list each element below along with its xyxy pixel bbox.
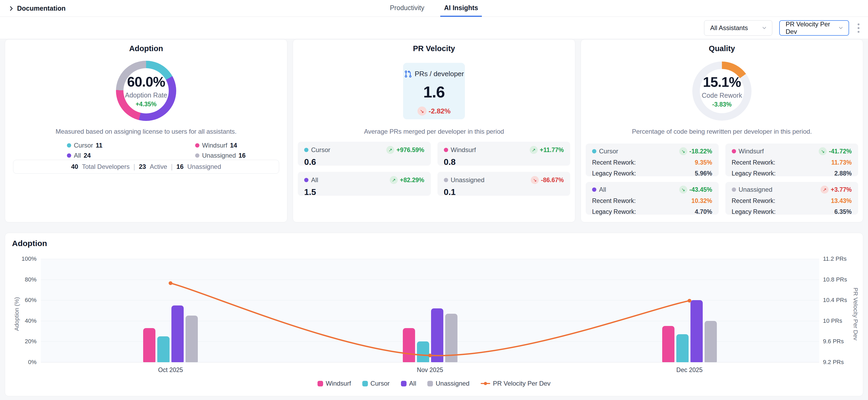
y-tick-label: 0% xyxy=(7,359,36,366)
header-bar: Documentation Productivity AI Insights xyxy=(0,0,868,17)
plot-area xyxy=(41,259,819,362)
breadcrumb[interactable]: Documentation xyxy=(8,0,66,17)
legend-dot xyxy=(592,149,596,154)
chevron-down-icon xyxy=(838,25,844,31)
y-tick-label: 20% xyxy=(7,338,36,345)
y-tick-label: 10.4 PRs xyxy=(823,297,858,304)
line-point xyxy=(687,299,691,303)
legend-dot xyxy=(304,148,308,152)
stat-value: 0.8 xyxy=(444,157,564,167)
y-tick-label: 80% xyxy=(7,276,36,283)
ai-insights-dashboard: Documentation Productivity AI Insights A… xyxy=(0,0,868,400)
trend-badge: ↗+82.29% xyxy=(390,176,424,184)
line-point xyxy=(169,281,173,285)
tab-productivity[interactable]: Productivity xyxy=(386,0,428,17)
trend-badge: ↘-41.72% xyxy=(819,147,852,155)
trend-badge: ↗+3.77% xyxy=(820,186,852,194)
recent-rework-value: 10.32% xyxy=(691,197,712,204)
more-options-kebab-icon[interactable] xyxy=(856,22,861,34)
legacy-rework-value: 6.35% xyxy=(834,208,852,215)
trend-badge: ↘ -2.82% xyxy=(417,106,451,115)
pr-velocity-stats-grid: Cursor ↗+976.59% 0.6 Windsurf ↗+11.77% 0… xyxy=(298,142,570,196)
x-tick-label: Dec 2025 xyxy=(676,366,703,374)
x-tick-label: Oct 2025 xyxy=(158,366,183,374)
y-tick-label: 11.2 PRs xyxy=(823,256,858,262)
legend-swatch xyxy=(401,381,407,387)
adoption-trend-chart-card: Adoption Adoption (%) PR Velocity Per De… xyxy=(5,233,863,396)
y-tick-label: 40% xyxy=(7,318,36,324)
legend-dot xyxy=(732,149,736,154)
legend-dot xyxy=(195,143,199,147)
trend-arrow-icon: ↘ xyxy=(819,147,827,155)
adoption-card: Adoption 60.0% Adoption Rate +4.35% Meas… xyxy=(5,39,287,222)
stat-value: 0.6 xyxy=(304,157,425,167)
quality-donut-chart: 15.1% Code Rework -3.83% xyxy=(692,62,751,121)
trend-arrow-icon: ↗ xyxy=(530,146,538,154)
stat-card-all: All ↘-43.45% Recent Rework:10.32% Legacy… xyxy=(586,182,719,215)
recent-rework-value: 13.43% xyxy=(831,197,852,204)
card-title: Adoption xyxy=(5,44,287,53)
tab-ai-insights[interactable]: AI Insights xyxy=(440,0,482,17)
stat-value: 0.1 xyxy=(444,187,564,197)
quality-stats-grid: Cursor ↘-18.22% Recent Rework:9.35% Lega… xyxy=(586,143,858,215)
chart-legend-item-windsurf[interactable]: Windsurf xyxy=(317,380,351,387)
trend-badge: ↘-86.67% xyxy=(531,176,564,184)
legend-swatch xyxy=(362,381,368,387)
legend-dot xyxy=(67,143,71,147)
line-point xyxy=(428,354,432,357)
stat-card-windsurf: Windsurf ↗+11.77% 0.8 xyxy=(437,142,570,166)
stat-card-cursor: Cursor ↘-18.22% Recent Rework:9.35% Lega… xyxy=(586,143,719,176)
trend-badge: ↘-43.45% xyxy=(679,186,712,194)
stat-card-unassigned: Unassigned ↗+3.77% Recent Rework:13.43% … xyxy=(725,182,859,215)
y-tick-label: 10 PRs xyxy=(823,318,858,324)
card-title: Quality xyxy=(581,44,863,53)
trend-arrow-icon: ↗ xyxy=(390,176,398,184)
legend-item: Cursor 11 xyxy=(67,142,195,149)
trend-arrow-icon: ↘ xyxy=(679,147,687,155)
y-tick-label: 10.8 PRs xyxy=(823,276,858,283)
trend-arrow-icon: ↘ xyxy=(417,106,427,115)
git-pull-request-icon xyxy=(404,70,412,78)
legend-item: All 24 xyxy=(67,152,195,159)
metric-filter-select[interactable]: PR Velocity Per Dev xyxy=(779,20,849,36)
trend-arrow-icon: ↘ xyxy=(531,176,539,184)
legacy-rework-value: 2.88% xyxy=(834,170,852,177)
code-rework-trend: -3.83% xyxy=(712,101,732,108)
chart-title: Adoption xyxy=(12,239,47,248)
y-tick-label: 100% xyxy=(7,256,36,262)
y-tick-label: 60% xyxy=(7,297,36,304)
adoption-rate-trend: +4.35% xyxy=(136,101,157,108)
stat-card-unassigned: Unassigned ↘-86.67% 0.1 xyxy=(437,172,570,196)
assistant-filter-select[interactable]: All Assistants xyxy=(704,20,772,36)
legend-dot xyxy=(592,188,596,192)
recent-rework-value: 9.35% xyxy=(695,159,712,166)
adoption-rate-value: 60.0% xyxy=(127,74,165,90)
chart-legend-item-unassigned[interactable]: Unassigned xyxy=(427,380,469,387)
legend-dot xyxy=(67,154,71,158)
card-title: PR Velocity xyxy=(293,44,575,53)
trend-badge: ↗+11.77% xyxy=(530,146,564,154)
legend-dot xyxy=(304,178,308,182)
legend-dot xyxy=(444,178,448,182)
chart-legend-item-pr-velocity-per-dev[interactable]: PR Velocity Per Dev xyxy=(480,380,551,387)
recent-rework-value: 11.73% xyxy=(831,159,852,166)
pr-velocity-line xyxy=(41,259,819,362)
stat-card-windsurf: Windsurf ↘-41.72% Recent Rework:11.73% L… xyxy=(725,143,859,176)
prs-per-developer-panel: PRs / developer 1.6 ↘ -2.82% xyxy=(403,63,465,119)
trend-arrow-icon: ↘ xyxy=(679,186,687,194)
kpi-cards-row: Adoption 60.0% Adoption Rate +4.35% Meas… xyxy=(5,39,863,222)
adoption-rate-label: Adoption Rate xyxy=(125,91,167,99)
chart-legend-item-all[interactable]: All xyxy=(401,380,416,387)
line-marker-icon xyxy=(480,383,490,384)
trend-badge: ↗+976.59% xyxy=(386,146,424,154)
legend-swatch xyxy=(317,381,323,387)
tab-bar: Productivity AI Insights xyxy=(386,0,482,17)
chart-legend-item-cursor[interactable]: Cursor xyxy=(362,380,390,387)
card-description: Measured based on assigning license to u… xyxy=(5,128,287,135)
legend-item: Unassigned 16 xyxy=(195,152,276,159)
stat-card-all: All ↗+82.29% 1.5 xyxy=(298,172,431,196)
y-tick-label: 9.2 PRs xyxy=(823,359,858,366)
chevron-right-icon xyxy=(8,5,14,12)
adoption-donut-chart: 60.0% Adoption Rate +4.35% xyxy=(116,61,176,121)
legend-swatch xyxy=(427,381,433,387)
